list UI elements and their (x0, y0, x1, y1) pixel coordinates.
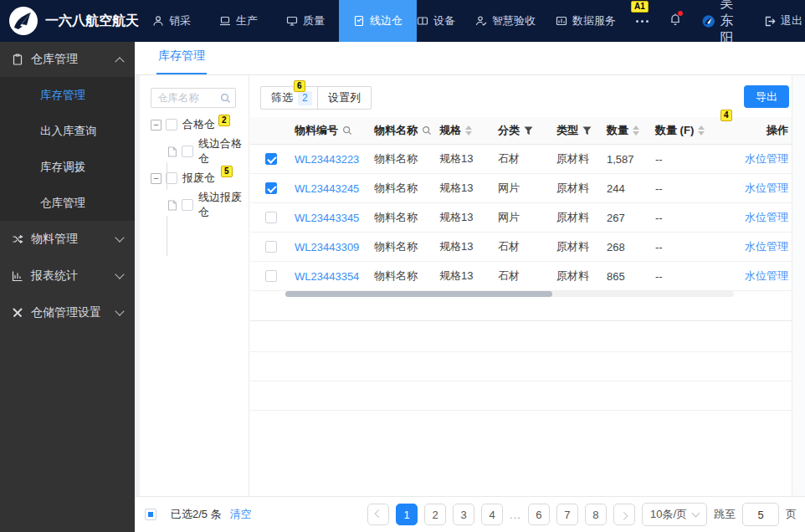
warehouse-search[interactable] (151, 88, 236, 108)
row-checkbox[interactable] (265, 182, 277, 194)
annotation-badge-2: 2 (218, 115, 230, 126)
column-settings-button[interactable]: 设置列 (317, 86, 372, 110)
page-button-6[interactable]: 6 (528, 504, 550, 525)
notification-bell[interactable] (669, 13, 682, 29)
page-button-1[interactable]: 1 (396, 504, 418, 525)
sidebar-item-inventory-management[interactable]: 库存管理 (0, 77, 135, 113)
sidebar-group-warehouse-management[interactable]: 仓库管理 (0, 42, 135, 77)
sidebar-item-warehouse-management[interactable]: 仓库管理 (0, 185, 135, 221)
sidebar-group-report-statistics[interactable]: 报表统计 (0, 258, 135, 294)
next-page-button[interactable] (613, 504, 635, 525)
row-checkbox[interactable] (265, 241, 277, 253)
tab-inventory-management[interactable]: 库存管理 (156, 49, 207, 74)
sort-icon[interactable] (698, 125, 705, 136)
nav-item-line-side-warehouse[interactable]: 线边仓 (339, 0, 417, 42)
header-label: 物料名称 (374, 123, 418, 138)
tree-node-scrap-warehouse[interactable]: − 报废仓 (151, 167, 215, 189)
header-category[interactable]: 分类 (491, 123, 550, 138)
header-spec[interactable]: 规格 (433, 123, 491, 138)
logout-button[interactable]: 退出 (763, 0, 802, 42)
water-level-link[interactable]: 水位管理 (745, 210, 788, 225)
page-button-8[interactable]: 8 (585, 504, 607, 525)
page-size-select[interactable]: 10条/页 (642, 503, 707, 526)
row-checkbox[interactable] (265, 212, 277, 223)
header-material-name[interactable]: 物料名称 (367, 123, 433, 138)
horizontal-scrollbar-thumb[interactable] (285, 291, 552, 297)
search-icon[interactable] (422, 125, 432, 136)
collapse-icon[interactable]: − (151, 120, 162, 130)
header-qty-f[interactable]: 数量 (F) (649, 123, 731, 138)
page-button-3[interactable]: 3 (453, 504, 474, 525)
nav-item-data-service[interactable]: 数据服务 (556, 0, 616, 42)
prev-page-button[interactable] (367, 504, 389, 525)
select-all-checkbox[interactable] (145, 509, 156, 520)
page-ellipsis[interactable]: ... (510, 509, 521, 521)
page-button-7[interactable]: 7 (556, 504, 578, 525)
tree-checkbox[interactable] (182, 199, 193, 211)
vertical-scrollbar-gutter[interactable] (792, 75, 805, 496)
material-code-link[interactable]: WL23443309 (295, 241, 359, 253)
search-icon[interactable] (220, 93, 231, 104)
sidebar-item-inbound-outbound-query[interactable]: 出入库查询 (0, 113, 135, 149)
jump-to-input[interactable] (742, 503, 779, 526)
nav-item-sales[interactable]: 销采 (138, 0, 205, 42)
water-level-link[interactable]: 水位管理 (745, 151, 788, 166)
header-label: 类型 (556, 123, 578, 138)
horizontal-scrollbar[interactable] (285, 291, 734, 297)
main-content: 库存管理 − 合格仓 (135, 42, 805, 532)
material-code-link[interactable]: WL23443345 (295, 212, 359, 224)
sidebar-item-inventory-transfer[interactable]: 库存调拨 (0, 149, 135, 185)
sort-icon[interactable] (633, 125, 639, 136)
collapse-icon[interactable]: − (151, 173, 162, 184)
row-checkbox[interactable] (265, 270, 277, 282)
tree-node-line-side-scrap[interactable]: 线边报废仓 (167, 194, 249, 216)
header-qty[interactable]: 数量 (600, 123, 649, 138)
filter-button[interactable]: 筛选 2 (260, 86, 323, 110)
clear-selection-link[interactable]: 清空 (230, 507, 252, 522)
table-row[interactable]: WL23443345 物料名称 规格13 网片 原材料 267 -- 水位管理 (250, 203, 792, 233)
topbar-right: 设备 智慧验收 数据服务 吴东阳 (417, 0, 805, 48)
material-code-link[interactable]: WL23443223 (295, 153, 359, 166)
material-code-link[interactable]: WL23443354 (295, 270, 359, 283)
avatar (702, 10, 715, 33)
export-button[interactable]: 导出 (744, 85, 789, 108)
nav-item-equipment[interactable]: 设备 (417, 0, 455, 42)
category: 石材 (491, 239, 550, 254)
sort-icon[interactable] (465, 125, 472, 136)
header-type[interactable]: 类型 (550, 123, 600, 138)
nav-item-production[interactable]: 生产 (205, 0, 272, 42)
warehouse-search-input[interactable] (151, 92, 217, 104)
table-row[interactable]: WL23443354 物料名称 规格13 石材 原材料 865 -- 水位管理 (250, 262, 792, 291)
table-footer: 已选2/5 条 清空 1 2 3 4 ... 6 7 8 10条/页 跳至 页 (135, 496, 805, 532)
nav-item-quality[interactable]: 质量 (272, 0, 339, 42)
nav-item-label: 智慧验收 (492, 13, 536, 28)
table-row[interactable]: WL23443223 物料名称 规格13 石材 原材料 1,587 -- 水位管… (250, 145, 792, 174)
water-level-link[interactable]: 水位管理 (745, 181, 788, 196)
sidebar-group-warehouse-settings[interactable]: 仓储管理设置 (0, 294, 135, 331)
water-level-link[interactable]: 水位管理 (745, 239, 788, 254)
material-code-link[interactable]: WL23443245 (295, 182, 359, 195)
row-checkbox[interactable] (265, 153, 277, 165)
nav-item-smart-acceptance[interactable]: 智慧验收 (475, 0, 536, 42)
search-icon[interactable] (342, 125, 352, 136)
nav-item-label: 销采 (169, 13, 191, 28)
tree-node-line-side-qualified[interactable]: 线边合格仓 (167, 141, 249, 162)
tree-checkbox[interactable] (166, 172, 177, 184)
filter-icon[interactable] (582, 126, 592, 136)
user-menu[interactable]: 吴东阳 (702, 0, 743, 48)
tree-connector-line (167, 216, 167, 256)
table-row[interactable]: WL23443245 物料名称 规格13 网片 原材料 244 -- 水位管理 (250, 174, 792, 203)
sidebar-group-material-management[interactable]: 物料管理 (0, 221, 135, 258)
table-row[interactable]: WL23443309 物料名称 规格13 石材 原材料 268 -- 水位管理 (250, 233, 792, 262)
tree-node-qualified-warehouse[interactable]: − 合格仓 (151, 114, 215, 136)
tree-checkbox[interactable] (166, 119, 177, 130)
water-level-link[interactable]: 水位管理 (745, 269, 788, 284)
more-icon[interactable] (636, 20, 649, 23)
page-button-4[interactable]: 4 (481, 504, 503, 525)
sidebar-submenu: 库存管理 出入库查询 库存调拨 仓库管理 (0, 77, 135, 221)
tree-connector-line (167, 162, 167, 190)
tree-checkbox[interactable] (182, 146, 193, 157)
filter-icon[interactable] (524, 126, 533, 136)
header-material-code[interactable]: 物料编号 (288, 123, 367, 138)
page-button-2[interactable]: 2 (424, 504, 446, 525)
